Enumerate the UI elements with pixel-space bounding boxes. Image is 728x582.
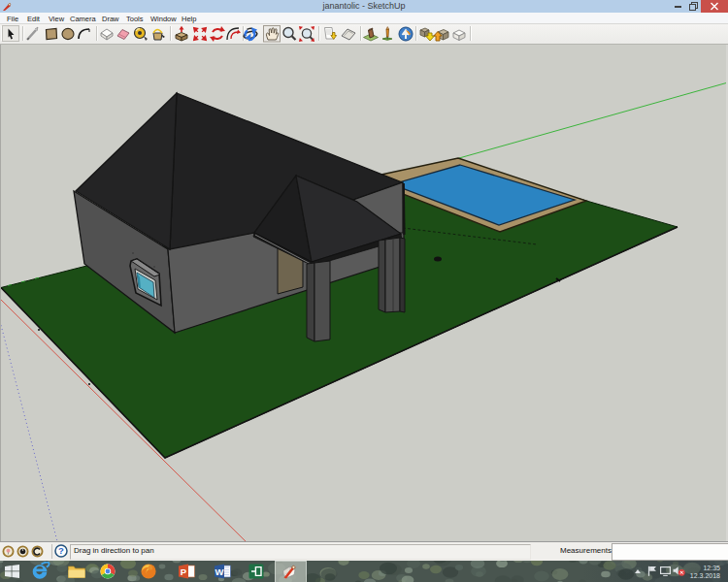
svg-text:W: W — [215, 566, 224, 577]
svg-text:?: ? — [58, 545, 64, 556]
svg-text:P: P — [181, 566, 187, 577]
